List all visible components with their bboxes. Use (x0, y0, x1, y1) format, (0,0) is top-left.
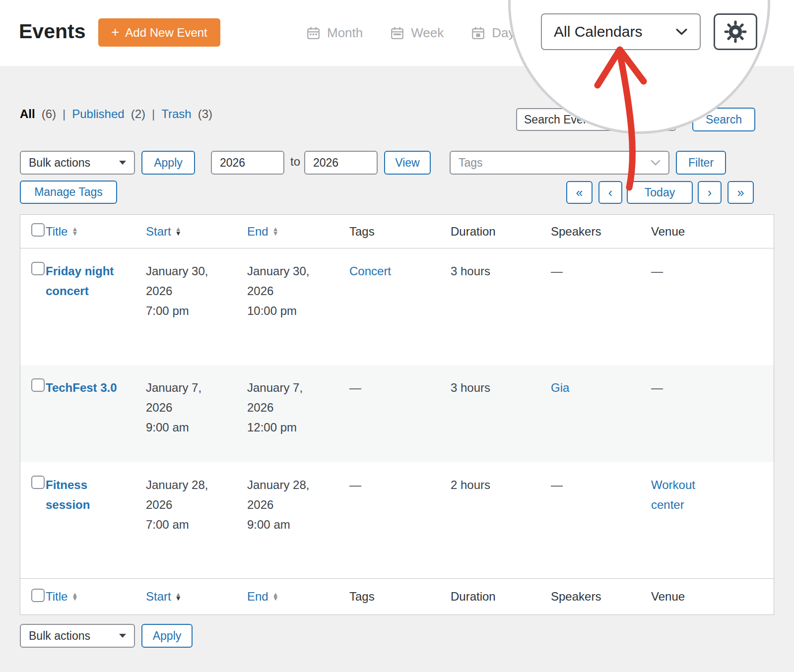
separator: | (152, 107, 155, 121)
chevron-down-icon (651, 160, 661, 166)
speakers-column-header: Speakers (551, 590, 651, 604)
end-time: 12:00 pm (247, 418, 323, 437)
tag-link[interactable]: Concert (349, 261, 391, 281)
start-date: January 28, 2026 (146, 475, 221, 515)
chevron-down-icon (119, 161, 126, 165)
duration-value: 2 hours (451, 462, 551, 495)
row-checkbox[interactable] (31, 378, 45, 392)
end-time: 9:00 am (247, 515, 323, 535)
pagination-next-button[interactable]: › (698, 181, 722, 204)
pagination-last-button[interactable]: » (728, 181, 754, 204)
week-view-toggle[interactable]: Week (391, 25, 444, 41)
page-title: Events (19, 20, 85, 43)
sort-arrows-icon: ▲▼ (175, 227, 182, 235)
duration-column-header: Duration (451, 590, 551, 604)
venue-column-header: Venue (651, 225, 774, 239)
duration-value: 3 hours (451, 365, 551, 398)
duration-value: 3 hours (451, 248, 551, 281)
settings-button[interactable] (714, 13, 757, 50)
tags-input[interactable] (459, 156, 646, 170)
filter-button[interactable]: Filter (676, 151, 726, 175)
sort-arrows-icon: ▲▼ (71, 227, 78, 235)
tags-column-header: Tags (349, 225, 451, 239)
sort-start-header[interactable]: Start▲▼ (146, 590, 182, 604)
end-date: January 7, 2026 (247, 378, 323, 418)
sort-arrows-icon: ▲▼ (175, 593, 182, 601)
end-time: 10:00 pm (247, 301, 323, 321)
sort-title-header[interactable]: Title▲▼ (46, 225, 78, 239)
month-view-toggle[interactable]: Month (307, 25, 363, 41)
month-calendar-icon (307, 26, 320, 40)
apply-button[interactable]: Apply (141, 151, 195, 175)
start-time: 7:00 am (146, 515, 221, 535)
add-new-event-label: Add New Event (125, 26, 207, 40)
event-title-link[interactable]: Fitness session (46, 475, 121, 515)
week-calendar-icon (391, 26, 404, 40)
table-footer-row: Title▲▼ Start▲▼ End▲▼ Tags Duration Spea… (20, 578, 774, 614)
plus-icon: + (111, 25, 119, 39)
start-date: January 30, 2026 (146, 261, 221, 301)
filter-trash-count: (3) (198, 107, 212, 121)
sort-title-header[interactable]: Title▲▼ (46, 590, 78, 604)
month-view-label: Month (327, 25, 363, 41)
apply-button[interactable]: Apply (141, 624, 193, 648)
pagination-first-button[interactable]: « (566, 181, 593, 204)
day-view-toggle[interactable]: Day (471, 25, 515, 41)
table-header-row: Title▲▼ Start▲▼ End▲▼ Tags Duration Spea… (20, 215, 774, 248)
year-from-input[interactable] (211, 151, 284, 175)
events-table: Title▲▼ Start▲▼ End▲▼ Tags Duration Spea… (20, 214, 774, 615)
sort-start-header[interactable]: Start▲▼ (146, 225, 182, 239)
venue-column-header: Venue (651, 590, 774, 604)
pagination-today-button[interactable]: Today (627, 181, 693, 204)
chevron-down-icon (675, 28, 688, 36)
sort-arrows-icon: ▲▼ (71, 593, 78, 601)
tags-filter-field (450, 151, 669, 175)
chevron-down-icon (119, 634, 126, 638)
bulk-actions-select[interactable]: Bulk actions (20, 151, 135, 175)
start-time: 7:00 pm (146, 301, 221, 321)
bulk-actions-label: Bulk actions (29, 156, 90, 170)
start-date: January 7, 2026 (146, 378, 221, 418)
view-toggles: Month Week (307, 0, 515, 66)
table-row: TechFest 3.0 January 7, 20269:00 am Janu… (20, 365, 774, 462)
speakers-value: — (551, 248, 651, 281)
row-checkbox[interactable] (31, 476, 45, 489)
duration-column-header: Duration (451, 225, 551, 239)
event-title-link[interactable]: TechFest 3.0 (46, 378, 117, 398)
filter-published-link[interactable]: Published (72, 107, 124, 121)
add-new-event-button[interactable]: + Add New Event (98, 18, 220, 47)
event-title-link[interactable]: Friday night concert (46, 261, 121, 301)
row-checkbox[interactable] (31, 262, 45, 275)
venue-link[interactable]: Workout center (651, 475, 717, 515)
filter-trash-link[interactable]: Trash (161, 107, 191, 121)
sort-arrows-icon: ▲▼ (272, 593, 279, 601)
filter-all-link[interactable]: All (20, 107, 35, 121)
select-all-checkbox[interactable] (31, 589, 45, 602)
table-row: Fitness session January 28, 20267:00 am … (20, 462, 774, 578)
to-label: to (290, 155, 300, 169)
table-row: Friday night concert January 30, 20267:0… (20, 248, 774, 365)
sort-end-header[interactable]: End▲▼ (247, 225, 279, 239)
speaker-link[interactable]: Gia (551, 378, 569, 398)
sort-arrows-icon: ▲▼ (272, 227, 279, 235)
view-button[interactable]: View (384, 151, 431, 175)
status-filter-links: All (6) | Published (2) | Trash (3) (20, 107, 212, 121)
tags-value: — (349, 365, 451, 398)
gear-icon (724, 20, 747, 44)
venue-value: — (651, 365, 774, 398)
all-calendars-dropdown[interactable]: All Calendars (541, 13, 701, 50)
filter-all-count: (6) (42, 107, 56, 121)
bulk-actions-select[interactable]: Bulk actions (20, 624, 135, 648)
end-date: January 28, 2026 (247, 475, 323, 515)
speakers-value: — (551, 462, 651, 495)
select-all-checkbox[interactable] (31, 223, 45, 237)
filter-published-count: (2) (131, 107, 145, 121)
all-calendars-label: All Calendars (554, 23, 642, 40)
tags-column-header: Tags (349, 590, 451, 604)
pagination-prev-button[interactable]: ‹ (598, 181, 622, 204)
year-to-input[interactable] (304, 151, 378, 175)
bulk-actions-label: Bulk actions (29, 629, 90, 643)
manage-tags-button[interactable]: Manage Tags (20, 181, 117, 204)
venue-value: — (651, 248, 774, 281)
sort-end-header[interactable]: End▲▼ (247, 590, 279, 604)
